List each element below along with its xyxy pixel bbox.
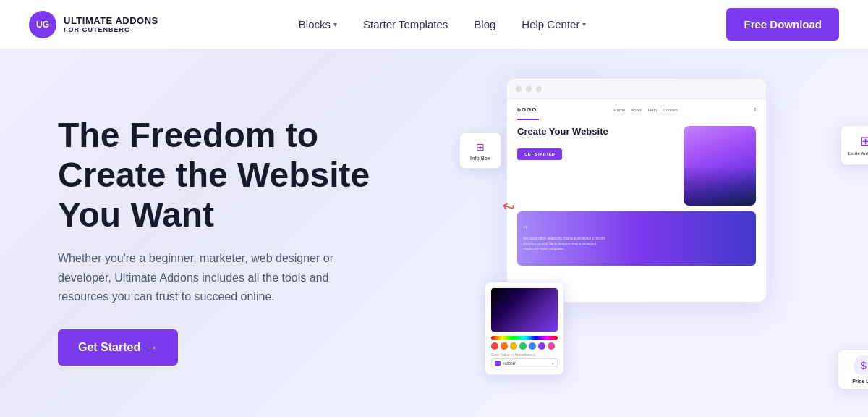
browser-dot-green [536, 86, 542, 92]
browser-content: bOGO Home About Help Contact f Create Yo… [507, 99, 766, 273]
mock-divider [517, 119, 539, 120]
mock-quote-left: " Nec quasi niforo adipiscing. Natoque e… [523, 225, 750, 251]
mock-quote-section: " Nec quasi niforo adipiscing. Natoque e… [517, 211, 756, 266]
color-input-swatch [495, 361, 501, 366]
mock-nav-about: About [631, 108, 642, 112]
nav-blog[interactable]: Blog [474, 18, 495, 30]
logo-text: ULTIMATE ADDONS FOR GUTENBERG [64, 15, 158, 34]
dropdown-arrow: ▾ [552, 361, 554, 366]
nav-blocks[interactable]: Blocks ▾ [299, 18, 337, 30]
logo-title: ULTIMATE ADDONS [64, 15, 158, 27]
color-gradient-bar [491, 288, 558, 332]
mock-hero-title: Create Your Website [517, 126, 676, 138]
main-nav: Blocks ▾ Starter Templates Blog Help Cen… [299, 18, 587, 30]
mock-hero-image [684, 126, 756, 206]
price-icon: $ [854, 355, 868, 376]
mock-nav-help: Help [648, 108, 657, 112]
logo[interactable]: UG ULTIMATE ADDONS FOR GUTENBERG [29, 11, 158, 38]
swatch-purple [538, 342, 545, 350]
hero-description: Whether you're a beginner, marketer, web… [58, 249, 347, 306]
lottie-icon: ⊞ [860, 133, 869, 149]
browser-dot-red [516, 86, 522, 92]
get-started-button[interactable]: Get Started → [58, 329, 178, 366]
mock-image-overlay [684, 166, 756, 206]
price-list-label: Price List [852, 379, 868, 384]
swatch-green [519, 342, 527, 350]
info-box-label: Info Box [470, 156, 490, 161]
hex-value: #a855f7 [503, 361, 516, 366]
lottie-animation-widget: ⊞ Lottie Animation [841, 125, 868, 165]
header: UG ULTIMATE ADDONS FOR GUTENBERG Blocks … [0, 0, 868, 49]
chevron-down-icon: ▾ [582, 20, 586, 28]
color-input-row: #a855f7 ▾ [491, 358, 558, 368]
swatch-orange [501, 342, 508, 350]
mock-nav-home: Home [613, 108, 625, 112]
mock-hero-area: Create Your Website GET STARTED [517, 126, 756, 206]
mock-nav-links: Home About Help Contact [613, 108, 678, 112]
mock-cta-button: GET STARTED [517, 148, 562, 160]
nav-help-center[interactable]: Help Center ▾ [522, 18, 586, 30]
mock-logo: bOGO [517, 106, 537, 113]
hero-illustration: bOGO Home About Help Contact f Create Yo… [463, 64, 868, 411]
mock-social-icon: f [754, 106, 756, 113]
mock-quote-mark: " [523, 225, 750, 237]
swatch-red [491, 342, 498, 350]
main-content: The Freedom to Create the Website You Wa… [0, 49, 868, 417]
browser-mockup: bOGO Home About Help Contact f Create Yo… [506, 78, 767, 303]
info-box-widget: ⊞ Info Box [459, 132, 501, 169]
price-list-widget: $ Price List [838, 350, 868, 389]
hero-title: The Freedom to Create the Website You Wa… [58, 115, 405, 235]
swatch-blue [529, 342, 536, 350]
chevron-down-icon: ▾ [333, 20, 337, 28]
browser-dot-yellow [526, 86, 532, 92]
logo-subtitle: FOR GUTENBERG [64, 26, 158, 33]
mock-hero-text: Create Your Website GET STARTED [517, 126, 676, 160]
free-download-button[interactable]: Free Download [726, 8, 839, 41]
logo-circle: UG [29, 11, 56, 38]
color-swatch-row [491, 342, 558, 350]
color-picker-widget: Color Value in Hexadecimal #a855f7 ▾ [485, 282, 564, 375]
info-box-icon: ⊞ [476, 141, 485, 153]
mock-quote-text: Nec quasi niforo adipiscing. Natoque exc… [523, 237, 750, 251]
nav-starter-templates[interactable]: Starter Templates [363, 18, 448, 30]
browser-bar [507, 79, 766, 99]
mock-nav-contact: Contact [663, 108, 678, 112]
hero-section: The Freedom to Create the Website You Wa… [58, 115, 405, 366]
lottie-label: Lottie Animation [848, 151, 868, 157]
mock-nav: bOGO Home About Help Contact f [517, 106, 756, 113]
rainbow-bar [491, 336, 558, 340]
swatch-yellow [510, 342, 517, 350]
swatch-pink [548, 342, 555, 350]
color-input-label: Color Value in Hexadecimal [491, 353, 558, 357]
